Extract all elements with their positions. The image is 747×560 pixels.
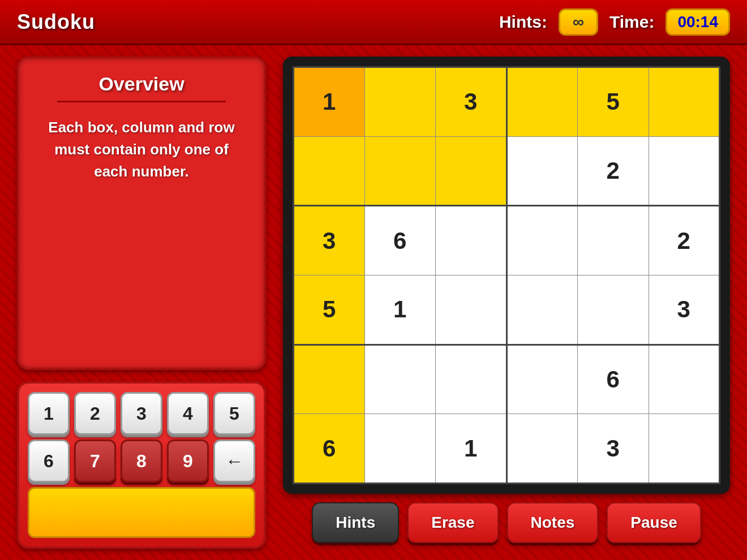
erase-button[interactable]: Erase — [407, 502, 498, 543]
cell-1-1[interactable] — [364, 136, 436, 206]
num-btn-6[interactable]: 6 — [28, 440, 70, 483]
num-btn-8[interactable]: 8 — [121, 440, 162, 483]
cell-5-1[interactable] — [364, 414, 436, 484]
cell-0-2[interactable]: 3 — [436, 67, 507, 137]
numpad-card: 1 2 3 4 5 6 7 8 9 ← — [17, 381, 266, 549]
main-content: Overview Each box, column and row must c… — [0, 45, 747, 560]
cell-2-4[interactable] — [578, 206, 649, 275]
app-title: Sudoku — [17, 10, 95, 34]
notes-area — [28, 487, 255, 538]
cell-1-2[interactable] — [436, 136, 507, 206]
cell-2-0[interactable]: 3 — [294, 206, 365, 275]
header: Sudoku Hints: ∞ Time: 00:14 — [0, 0, 747, 45]
cell-0-3[interactable] — [506, 67, 578, 137]
cell-4-5[interactable] — [649, 344, 720, 414]
cell-4-4[interactable]: 6 — [578, 344, 649, 414]
cell-4-3[interactable] — [506, 344, 578, 414]
backspace-btn[interactable]: ← — [213, 440, 255, 483]
header-stats: Hints: ∞ Time: 00:14 — [499, 8, 730, 36]
action-buttons: Hints Erase Notes Pause — [283, 502, 730, 549]
cell-3-4[interactable] — [578, 275, 649, 344]
cell-5-0[interactable]: 6 — [294, 414, 365, 484]
num-btn-7[interactable]: 7 — [74, 440, 116, 483]
num-btn-9[interactable]: 9 — [167, 440, 209, 483]
cell-4-0[interactable] — [294, 344, 365, 414]
cell-0-5[interactable] — [649, 67, 720, 137]
num-btn-2[interactable]: 2 — [74, 392, 116, 435]
cell-2-1[interactable]: 6 — [364, 206, 436, 275]
cell-1-3[interactable] — [506, 136, 578, 206]
overview-title: Overview — [36, 73, 247, 95]
cell-2-3[interactable] — [506, 206, 578, 275]
overview-divider — [57, 101, 226, 102]
cell-3-0[interactable]: 5 — [294, 275, 365, 344]
cell-1-0[interactable] — [294, 136, 365, 206]
cell-1-5[interactable] — [649, 136, 720, 206]
hints-button[interactable]: Hints — [312, 502, 399, 543]
numpad-row-2: 6 7 8 9 ← — [28, 440, 255, 483]
notes-button[interactable]: Notes — [507, 502, 599, 543]
sudoku-grid: 13523625136613 — [293, 66, 720, 484]
num-btn-3[interactable]: 3 — [121, 392, 162, 435]
right-panel: 13523625136613 Hints Erase Notes Pause — [283, 57, 730, 549]
cell-4-2[interactable] — [436, 344, 507, 414]
cell-3-3[interactable] — [506, 275, 578, 344]
hints-label: Hints: — [499, 12, 547, 32]
cell-0-4[interactable]: 5 — [578, 67, 649, 137]
pause-button[interactable]: Pause — [607, 502, 701, 543]
cell-1-4[interactable]: 2 — [578, 136, 649, 206]
cell-4-1[interactable] — [364, 344, 436, 414]
time-label: Time: — [609, 12, 654, 32]
overview-text: Each box, column and row must contain on… — [36, 117, 247, 183]
cell-2-5[interactable]: 2 — [649, 206, 720, 275]
cell-5-2[interactable]: 1 — [436, 414, 507, 484]
num-btn-4[interactable]: 4 — [167, 392, 209, 435]
cell-3-2[interactable] — [436, 275, 507, 344]
overview-card: Overview Each box, column and row must c… — [17, 57, 266, 370]
hints-badge: ∞ — [559, 8, 598, 36]
cell-0-0[interactable]: 1 — [294, 67, 365, 137]
num-btn-1[interactable]: 1 — [28, 392, 70, 435]
num-btn-5[interactable]: 5 — [213, 392, 255, 435]
cell-5-3[interactable] — [506, 414, 578, 484]
left-panel: Overview Each box, column and row must c… — [17, 57, 266, 549]
cell-0-1[interactable] — [364, 67, 436, 137]
cell-3-1[interactable]: 1 — [364, 275, 436, 344]
numpad-row-1: 1 2 3 4 5 — [28, 392, 255, 435]
cell-5-4[interactable]: 3 — [578, 414, 649, 484]
cell-3-5[interactable]: 3 — [649, 275, 720, 344]
grid-container: 13523625136613 — [283, 57, 730, 494]
cell-2-2[interactable] — [436, 206, 507, 275]
time-badge: 00:14 — [666, 8, 730, 36]
cell-5-5[interactable] — [649, 414, 720, 484]
